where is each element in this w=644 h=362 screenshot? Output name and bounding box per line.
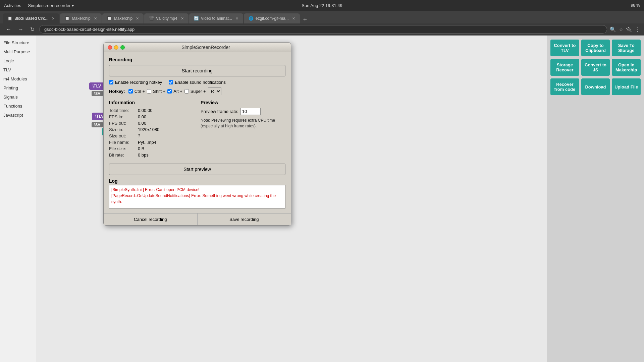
sidebar-item-m4-modules[interactable]: m4 Modules bbox=[0, 74, 36, 83]
datetime-label: Sun Aug 22 19:31:49 bbox=[302, 3, 342, 8]
sidebar-item-tlv[interactable]: TLV bbox=[0, 65, 36, 74]
tab-4[interactable]: 🔄 Video to animat... ✕ bbox=[189, 13, 243, 23]
reload-button[interactable]: ↻ bbox=[28, 25, 37, 33]
tab-favicon-2: 🔲 bbox=[107, 16, 112, 21]
storage-recover-button[interactable]: Storage Recover bbox=[550, 59, 579, 76]
ssr-title: SimpleScreenRecorder bbox=[125, 45, 287, 50]
block-sv2[interactable]: \SV bbox=[92, 122, 103, 127]
tab-close-4[interactable]: ✕ bbox=[235, 16, 238, 21]
recover-from-code-button[interactable]: Recover from code bbox=[550, 78, 579, 95]
tab-0[interactable]: 🔲 Block Based Circ... ✕ bbox=[3, 13, 59, 23]
info-column: Information Total time: 0:00:00 FPS in: … bbox=[109, 100, 194, 159]
start-preview-button[interactable]: Start preview bbox=[109, 164, 285, 175]
log-box[interactable]: [SimpleSynth::Init] Error: Can't open PC… bbox=[109, 185, 285, 208]
upload-file-button[interactable]: Upload File bbox=[612, 78, 641, 95]
sidebar-item-javascript[interactable]: Javascript bbox=[0, 111, 36, 120]
start-recording-button[interactable]: Start recording bbox=[109, 65, 285, 76]
tab-favicon-3: 🎬 bbox=[149, 16, 154, 21]
back-button[interactable]: ← bbox=[4, 26, 13, 33]
main-layout: File Structure Multi Purpose Logic TLV m… bbox=[0, 36, 644, 362]
tab-1[interactable]: 🔲 Makerchip ✕ bbox=[60, 13, 101, 23]
tab-label-2: Makerchip bbox=[114, 16, 132, 21]
copy-to-clipboard-button[interactable]: Copy to Clipboard bbox=[581, 40, 610, 56]
preview-fps-input[interactable] bbox=[240, 108, 261, 115]
close-button[interactable] bbox=[108, 45, 112, 50]
super-checkbox-label[interactable]: Super + bbox=[184, 89, 206, 94]
address-bar-row: ← → ↻ 🔍 ☆ 🔌 ⋮ bbox=[0, 23, 644, 36]
info-row-0: Total time: 0:00:00 bbox=[109, 108, 194, 113]
extensions-icon[interactable]: 🔌 bbox=[626, 26, 632, 33]
canvas-area[interactable]: \TLV_version \SV m4_makerchip_module \TL… bbox=[36, 36, 547, 362]
sidebar-item-signals[interactable]: Signals bbox=[0, 93, 36, 102]
shift-checkbox-label[interactable]: Shift + bbox=[147, 89, 165, 94]
info-preview-columns: Information Total time: 0:00:00 FPS in: … bbox=[109, 100, 285, 159]
super-checkbox[interactable] bbox=[184, 89, 189, 94]
new-tab-button[interactable]: + bbox=[301, 16, 310, 23]
right-panel-row-1: Convert to TLV Copy to Clipboard Save To… bbox=[550, 40, 641, 56]
tab-close-5[interactable]: ✕ bbox=[292, 16, 295, 21]
tabs-container: 🔲 Block Based Circ... ✕ 🔲 Makerchip ✕ 🔲 … bbox=[3, 11, 310, 23]
ctrl-checkbox[interactable] bbox=[128, 89, 133, 94]
download-button[interactable]: Download bbox=[581, 78, 610, 95]
app-menu-label[interactable]: Simplescreenrecorder ▾ bbox=[28, 3, 74, 8]
sidebar: File Structure Multi Purpose Logic TLV m… bbox=[0, 36, 36, 362]
save-to-storage-button[interactable]: Save To Storage bbox=[612, 40, 641, 56]
tab-label-0: Block Based Circ... bbox=[14, 16, 48, 21]
enable-sound-checkbox[interactable] bbox=[169, 80, 173, 84]
browser-tabbar: 🔲 Block Based Circ... ✕ 🔲 Makerchip ✕ 🔲 … bbox=[0, 11, 644, 23]
sidebar-item-file-structure[interactable]: File Structure bbox=[0, 38, 36, 47]
tab-3[interactable]: 🎬 Validity.mp4 ✕ bbox=[144, 13, 189, 23]
preview-fps-row: Preview frame rate: bbox=[201, 108, 285, 115]
alt-checkbox[interactable] bbox=[167, 89, 172, 94]
alt-checkbox-label[interactable]: Alt + bbox=[167, 89, 182, 94]
hotkey-row: Hotkey: Ctrl + Shift + Alt + bbox=[109, 87, 285, 95]
save-recording-button[interactable]: Save recording bbox=[198, 214, 291, 225]
info-row-7: Bit rate: 0 bps bbox=[109, 153, 194, 158]
tab-favicon-5: 🌐 bbox=[249, 16, 254, 21]
log-section-title: Log bbox=[109, 178, 285, 184]
battery-label: 98 % bbox=[631, 3, 640, 8]
bookmark-icon[interactable]: ☆ bbox=[619, 26, 623, 33]
forward-button[interactable]: → bbox=[16, 26, 25, 33]
right-panel: Convert to TLV Copy to Clipboard Save To… bbox=[547, 36, 644, 362]
info-section-title: Information bbox=[109, 100, 194, 105]
tab-favicon-4: 🔄 bbox=[194, 16, 199, 21]
ctrl-checkbox-label[interactable]: Ctrl + bbox=[128, 89, 145, 94]
open-in-makerchip-button[interactable]: Open In Makerchip bbox=[612, 59, 641, 76]
bottom-button-row: Cancel recording Save recording bbox=[104, 213, 291, 225]
enable-hotkey-checkbox-label[interactable]: Enable recording hotkey bbox=[109, 80, 162, 85]
activities-label[interactable]: Activities bbox=[4, 3, 21, 8]
preview-column: Preview Preview frame rate: Note: Previe… bbox=[201, 100, 285, 159]
tab-5[interactable]: 🌐 ezgif.com-gif-ma... ✕ bbox=[244, 13, 300, 23]
tab-favicon-0: 🔲 bbox=[7, 16, 12, 21]
cancel-recording-button[interactable]: Cancel recording bbox=[104, 214, 198, 225]
tab-close-1[interactable]: ✕ bbox=[94, 16, 97, 21]
tab-close-0[interactable]: ✕ bbox=[52, 16, 55, 21]
recording-section-title: Recording bbox=[109, 57, 285, 62]
tab-2[interactable]: 🔲 Makerchip ✕ bbox=[102, 13, 144, 23]
menu-icon[interactable]: ⋮ bbox=[635, 26, 640, 33]
info-row-6: File size: 0 B bbox=[109, 146, 194, 151]
tab-close-2[interactable]: ✕ bbox=[136, 16, 139, 21]
enable-sound-checkbox-label[interactable]: Enable sound notifications bbox=[169, 80, 226, 85]
shift-checkbox[interactable] bbox=[147, 89, 151, 94]
maximize-button[interactable] bbox=[120, 45, 125, 50]
ssr-body: Recording Start recording Enable recordi… bbox=[104, 52, 291, 213]
convert-to-js-button[interactable]: Convert to JS bbox=[581, 59, 610, 76]
sidebar-item-functions[interactable]: Functions bbox=[0, 102, 36, 111]
convert-to-tlv-button[interactable]: Convert to TLV bbox=[550, 40, 579, 56]
hotkey-key-select[interactable]: R S T bbox=[208, 87, 221, 95]
tab-close-3[interactable]: ✕ bbox=[181, 16, 184, 21]
block-sv1[interactable]: \SV bbox=[92, 91, 103, 96]
minimize-button[interactable] bbox=[114, 45, 118, 50]
address-input[interactable] bbox=[39, 25, 607, 34]
info-row-1: FPS in: 0.00 bbox=[109, 114, 194, 119]
search-icon[interactable]: 🔍 bbox=[610, 26, 616, 33]
sidebar-item-printing[interactable]: Printing bbox=[0, 83, 36, 93]
preview-fps-label: Preview frame rate: bbox=[201, 109, 238, 114]
enable-hotkey-checkbox[interactable] bbox=[109, 80, 113, 84]
sidebar-item-logic[interactable]: Logic bbox=[0, 56, 36, 65]
tab-label-1: Makerchip bbox=[72, 16, 90, 21]
sidebar-item-multi-purpose[interactable]: Multi Purpose bbox=[0, 47, 36, 56]
checkbox-row: Enable recording hotkey Enable sound not… bbox=[109, 80, 285, 85]
